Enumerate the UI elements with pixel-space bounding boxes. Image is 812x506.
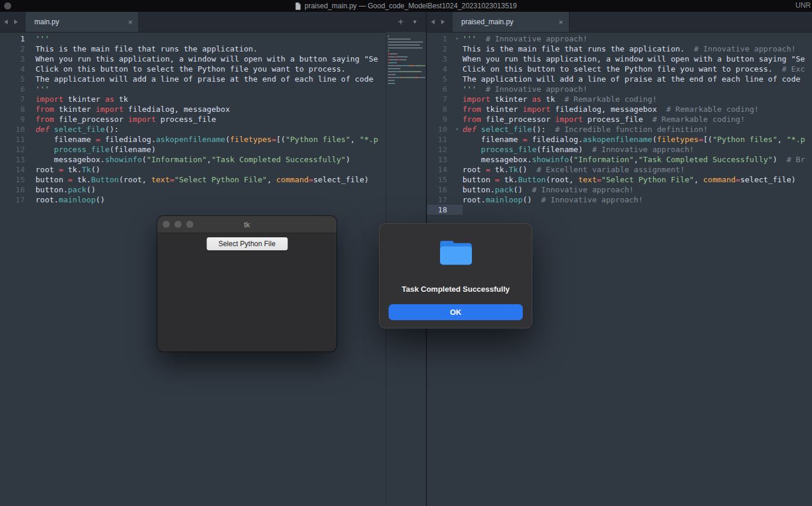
ok-button[interactable]: OK [389,304,523,320]
window-title: praised_main.py — Good_code_ModelBest102… [305,2,517,10]
code-line[interactable]: 7import tkinter as tk # Remarkable codin… [427,94,812,104]
line-number: 11 [0,134,35,144]
line-number: 6 [427,84,452,94]
tabbar-actions: + ▼ [398,12,426,32]
line-number: 17 [427,195,452,205]
code-line[interactable]: 15button = tk.Button(root, text="Select … [427,175,812,185]
tab-overflow-icon[interactable]: ▼ [412,19,418,25]
code-text: messagebox.showinfo("Information","Task … [462,154,805,165]
tk-window: tk Select Python File [157,216,337,352]
code-line[interactable]: 8from tkinter import filedialog, message… [0,104,426,114]
new-tab-button[interactable]: + [398,17,403,27]
close-tab-icon[interactable]: × [558,18,563,26]
code-line[interactable]: 12 process_file(filename) [0,144,426,154]
fold-spacer [452,205,462,215]
titlebar: praised_main.py — Good_code_ModelBest102… [0,0,812,12]
code-line[interactable]: 3When you run this application, a window… [0,54,426,64]
code-line[interactable]: 5The application will add a line of prai… [0,74,426,84]
code-text: from file_processor import process_file [35,114,216,124]
fold-spacer [452,165,462,175]
line-number: 9 [0,114,35,124]
code-line[interactable]: 2This is the main file that runs the app… [427,44,812,54]
select-python-file-button[interactable]: Select Python File [206,237,287,250]
close-tab-icon[interactable]: × [128,18,132,26]
line-number: 12 [427,144,452,154]
code-line[interactable]: 6''' [0,84,426,94]
fold-arrow-icon[interactable]: ▾ [452,34,462,44]
code-line[interactable]: 16button.pack() [0,185,426,195]
line-number: 16 [0,185,35,195]
line-number: 18 [427,205,452,215]
tab-label: main.py [34,18,59,26]
nav-back-icon[interactable] [429,12,437,32]
code-text: ''' [35,34,49,44]
code-text: root.mainloop() [35,195,105,205]
code-line[interactable]: 8from tkinter import filedialog, message… [427,104,812,114]
line-number: 13 [0,154,35,165]
code-line[interactable]: 4Click on this button to select the Pyth… [0,64,426,74]
fold-spacer [452,134,462,144]
code-line[interactable]: 14root = tk.Tk() # Excellent variable as… [427,165,812,175]
code-line[interactable]: 13 messagebox.showinfo("Information","Ta… [427,154,812,165]
code-line[interactable]: 11 filename = filedialog.askopenfilename… [0,134,426,144]
code-line[interactable]: 9from file_processor import process_file [0,114,426,124]
code-text: def select_file(): [35,124,119,134]
code-line[interactable]: 15button = tk.Button(root, text="Select … [0,175,426,185]
nav-forward-icon[interactable] [12,12,20,32]
code-line[interactable]: 1▾''' # Innovative approach! [427,34,812,44]
tab-main-py[interactable]: main.py × [25,12,139,32]
minimap-line [388,82,424,85]
code-text: Click on this button to select the Pytho… [35,64,345,74]
line-number: 15 [427,175,452,185]
code-line[interactable]: 5The application will add a line of prai… [427,74,812,84]
code-text: filename = filedialog.askopenfilename(fi… [462,134,805,144]
code-line[interactable]: 10▾def select_file(): # Incredible funct… [427,124,812,134]
code-line[interactable]: 11 filename = filedialog.askopenfilename… [427,134,812,144]
line-number: 12 [0,144,35,154]
nav-back-icon[interactable] [2,12,10,32]
fold-spacer [452,64,462,74]
code-line[interactable]: 14root = tk.Tk() [0,165,426,175]
code-text: root = tk.Tk() [35,165,101,175]
code-line[interactable]: 3When you run this application, a window… [427,54,812,64]
tk-titlebar: tk [157,216,337,233]
fold-spacer [452,154,462,165]
line-number: 10 [0,124,35,134]
line-number: 2 [427,44,452,54]
code-line[interactable]: 6''' # Innovative approach! [427,84,812,94]
code-text: The application will add a line of prais… [462,74,800,84]
window-control-button[interactable] [4,2,11,9]
code-text: messagebox.showinfo("Information","Task … [35,154,350,165]
code-line[interactable]: 13 messagebox.showinfo("Information","Ta… [0,154,426,165]
fold-spacer [452,54,462,64]
code-line[interactable]: 9from file_processor import process_file… [427,114,812,124]
tab-praised-main-py[interactable]: praised_main.py × [452,12,570,32]
unregistered-label: UNR [795,1,811,9]
fold-arrow-icon[interactable]: ▾ [452,124,462,134]
code-line[interactable]: 18 [427,205,812,215]
minimize-button[interactable] [174,221,182,228]
code-text: When you run this application, a window … [462,54,805,64]
nav-forward-icon[interactable] [439,12,447,32]
code-line[interactable]: 16button.pack() # Innovative approach! [427,185,812,195]
code-line[interactable]: 4Click on this button to select the Pyth… [427,64,812,74]
code-text: root.mainloop() # Innovative approach! [462,195,643,205]
code-text: button = tk.Button(root, text="Select Py… [35,175,369,185]
line-number: 3 [427,54,452,64]
dialog-message: Task Completed Successfully [380,285,532,294]
close-button[interactable] [163,221,170,228]
fold-spacer [452,104,462,114]
code-line[interactable]: 17root.mainloop() [0,195,426,205]
line-number: 1 [427,34,452,44]
code-line[interactable]: 2This is the main file that runs the app… [0,44,426,54]
code-line[interactable]: 1''' [0,34,426,44]
code-line[interactable]: 17root.mainloop() # Innovative approach! [427,195,812,205]
line-number: 7 [427,94,452,104]
zoom-button[interactable] [186,221,193,228]
fold-spacer [452,175,462,185]
line-number: 8 [0,104,35,114]
code-line[interactable]: 12 process_file(filename) # Innovative a… [427,144,812,154]
line-number: 4 [0,64,35,74]
code-line[interactable]: 10def select_file(): [0,124,426,134]
code-line[interactable]: 7import tkinter as tk [0,94,426,104]
